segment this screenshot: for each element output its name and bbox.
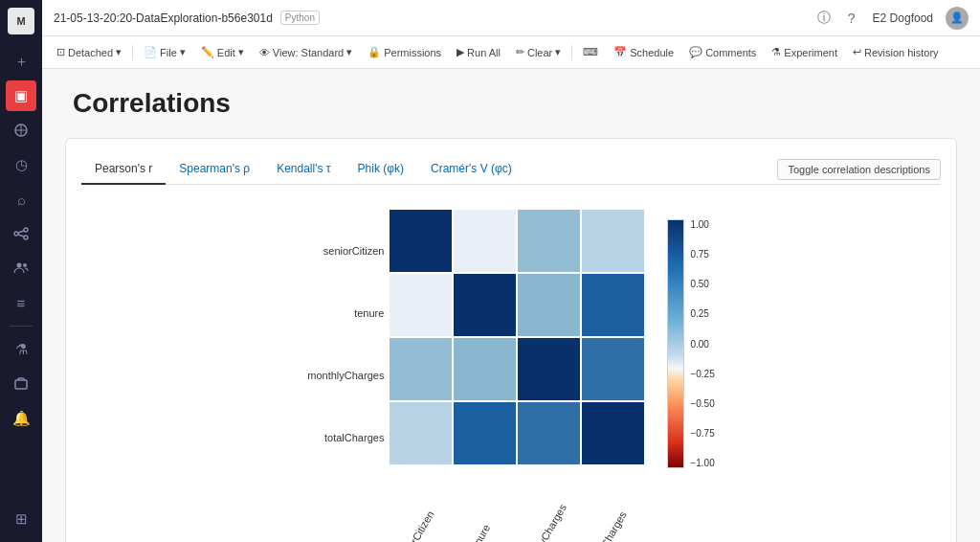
svg-point-9 — [23, 263, 27, 267]
cell-0-1 — [454, 210, 516, 272]
main-area: 21-05-13-20:20-DataExploration-b56e301d … — [42, 0, 980, 542]
file-btn[interactable]: 📄 File ▾ — [137, 43, 192, 61]
schedule-icon: 📅 — [613, 46, 627, 58]
toolbar-divider-1 — [132, 45, 133, 60]
view-btn[interactable]: 👁 View: Standard ▾ — [253, 43, 359, 61]
col-label-wrap-0: seniorCitizen — [390, 468, 452, 542]
col-label-wrap-1: tenure — [454, 468, 516, 542]
run-icon: ▶ — [457, 46, 464, 58]
colorbar-label-0: 1.00 — [690, 219, 714, 230]
correlations-card: Pearson's r Spearman's ρ Kendall's τ Phi… — [65, 138, 957, 542]
col-label-1: tenure — [468, 522, 493, 542]
tab-phik[interactable]: Phik (φk) — [345, 154, 417, 185]
lock-icon: 🔒 — [368, 46, 381, 58]
comments-btn[interactable]: 💬 Comments — [682, 43, 763, 61]
cell-3-2 — [518, 402, 580, 464]
svg-point-3 — [14, 232, 18, 236]
clear-btn[interactable]: ✏ Clear ▾ — [509, 43, 568, 61]
history-icon: ↩ — [853, 46, 861, 58]
comment-icon: 💬 — [689, 46, 702, 58]
permissions-btn[interactable]: 🔒 Permissions — [361, 43, 448, 61]
sidebar-item-notebook[interactable]: ▣ — [6, 80, 36, 111]
cell-2-1 — [454, 338, 516, 400]
sidebar-item-history[interactable]: ◷ — [6, 149, 36, 180]
info-icon[interactable]: ⓘ — [813, 8, 835, 29]
colorbar-wrap: 1.00 0.75 0.50 0.25 0.00 −0.25 −0.50 −0.… — [667, 219, 714, 468]
svg-point-8 — [17, 263, 22, 268]
cell-1-0 — [390, 274, 452, 336]
col-label-wrap-2: monthlyCharges — [518, 468, 580, 542]
row-labels: seniorCitizen tenure monthlyCharges tota… — [307, 219, 390, 468]
sidebar-item-add[interactable]: ＋ — [6, 46, 36, 77]
sidebar: M ＋ ▣ ◷ ⌕ ≡ ⚗ 🔔 ⊞ — [0, 0, 42, 542]
cell-1-1 — [454, 274, 516, 336]
colorbar-label-6: −0.50 — [690, 398, 714, 409]
sidebar-item-flask[interactable]: ⚗ — [6, 334, 36, 365]
svg-point-4 — [24, 228, 28, 232]
detached-icon: ⊡ — [56, 46, 65, 58]
experiment-btn[interactable]: ⚗ Experiment — [765, 43, 844, 61]
toggle-descriptions-btn[interactable]: Toggle correlation descriptions — [777, 159, 941, 180]
revision-history-btn[interactable]: ↩ Revision history — [846, 43, 946, 61]
heatmap-grid-wrap: seniorCitizen tenure monthlyCharges tota… — [390, 210, 644, 542]
tab-pearsons[interactable]: Pearson's r — [81, 154, 166, 185]
file-chevron: ▾ — [180, 46, 186, 58]
col-label-3: totalCharges — [589, 509, 629, 542]
svg-rect-10 — [15, 380, 27, 389]
cell-3-1 — [454, 402, 516, 464]
tab-spearmans[interactable]: Spearman's ρ — [166, 154, 263, 185]
sidebar-item-search[interactable]: ⌕ — [6, 184, 36, 215]
colorbar-label-3: 0.25 — [690, 308, 714, 319]
sidebar-item-deploy[interactable] — [6, 369, 36, 399]
sidebar-item-team[interactable] — [6, 253, 36, 283]
help-icon[interactable]: ? — [843, 9, 860, 28]
col-label-wrap-3: totalCharges — [582, 468, 644, 542]
sidebar-item-list[interactable]: ≡ — [6, 287, 36, 318]
detached-btn[interactable]: ⊡ Detached ▾ — [50, 43, 128, 61]
heatmap-inner: seniorCitizen tenure monthlyCharges tota… — [307, 210, 714, 542]
edit-chevron: ▾ — [238, 46, 244, 58]
cell-1-3 — [582, 274, 644, 336]
toolbar-divider-2 — [571, 45, 572, 60]
sidebar-logo[interactable]: M — [8, 8, 34, 34]
cell-2-3 — [582, 338, 644, 400]
colorbar-label-2: 0.50 — [690, 279, 714, 289]
cell-0-2 — [518, 210, 580, 272]
top-bar: 21-05-13-20:20-DataExploration-b56e301d … — [42, 0, 980, 36]
sidebar-divider — [10, 326, 33, 327]
content-area: Correlations Pearson's r Spearman's ρ Ke… — [42, 69, 980, 542]
experiment-icon: ⚗ — [771, 46, 781, 58]
edit-btn[interactable]: ✏️ Edit ▾ — [194, 43, 251, 61]
cell-2-0 — [390, 338, 452, 400]
edit-icon: ✏️ — [201, 46, 214, 58]
sidebar-item-alert[interactable]: 🔔 — [6, 403, 36, 434]
cell-0-0 — [390, 210, 452, 272]
row-label-2: monthlyCharges — [307, 344, 384, 406]
col-labels: seniorCitizen tenure monthlyCharges tota… — [390, 468, 644, 542]
heatmap-container: seniorCitizen tenure monthlyCharges tota… — [81, 200, 941, 542]
cell-2-2 — [518, 338, 580, 400]
tab-cramers[interactable]: Cramér's V (φc) — [417, 154, 525, 185]
sidebar-item-grid[interactable]: ⊞ — [6, 504, 36, 534]
sidebar-item-data[interactable] — [6, 115, 36, 146]
clear-icon: ✏ — [516, 46, 524, 58]
user-menu[interactable]: E2 Dogfood — [868, 10, 938, 27]
schedule-btn[interactable]: 📅 Schedule — [607, 43, 680, 61]
svg-point-5 — [24, 236, 28, 239]
keyboard-btn[interactable]: ⌨ — [576, 43, 605, 61]
run-all-btn[interactable]: ▶ Run All — [450, 43, 507, 61]
clear-chevron: ▾ — [555, 46, 561, 58]
tab-kendalls[interactable]: Kendall's τ — [263, 154, 344, 185]
notebook-title: 21-05-13-20:20-DataExploration-b56e301d — [54, 11, 273, 25]
colorbar-label-5: −0.25 — [690, 369, 714, 379]
colorbar-row: 1.00 0.75 0.50 0.25 0.00 −0.25 −0.50 −0.… — [667, 219, 714, 468]
row-label-3: totalCharges — [307, 406, 384, 468]
avatar-icon[interactable]: 👤 — [946, 7, 969, 30]
row-label-0: seniorCitizen — [307, 219, 384, 282]
cell-1-2 — [518, 274, 580, 336]
sidebar-item-dag[interactable] — [6, 218, 36, 249]
language-badge: Python — [280, 11, 320, 25]
view-icon: 👁 — [259, 47, 270, 58]
page-title: Correlations — [73, 88, 957, 119]
file-icon: 📄 — [144, 46, 157, 58]
